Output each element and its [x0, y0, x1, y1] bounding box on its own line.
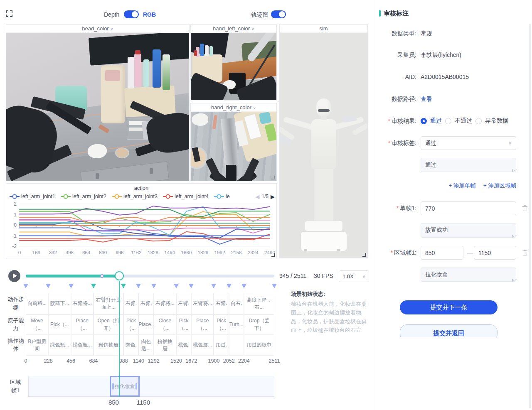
- region-frame-start-input[interactable]: [421, 246, 463, 260]
- step-cell-ability[interactable]: Pick（...: [214, 314, 229, 335]
- step-cell-ability[interactable]: Place（...: [191, 314, 214, 335]
- region-frame-desc-textarea[interactable]: 拉化妆盒: [421, 268, 516, 282]
- radio-label[interactable]: 不通过: [455, 117, 472, 125]
- step-cell-action[interactable]: 右臂将...: [154, 293, 176, 314]
- fullscreen-icon[interactable]: [6, 10, 12, 17]
- frame-marker-1292[interactable]: [151, 284, 156, 288]
- radio-异常数据[interactable]: [475, 118, 482, 124]
- step-cell-object[interactable]: 用过的纸巾: [244, 335, 274, 356]
- step-cell-action[interactable]: 左臂.: [176, 293, 191, 314]
- frame-marker-1900[interactable]: [211, 284, 216, 288]
- radio-通过[interactable]: [421, 118, 427, 124]
- review-panel: 审核标注 数据类型: 常规 采集员: 李轶晨(liyichen) AID: A2…: [373, 0, 532, 337]
- step-cell-object[interactable]: 绿色瓶...: [48, 335, 71, 356]
- playback-speed-select[interactable]: 1.0X∨: [339, 270, 369, 282]
- step-cell-action[interactable]: 右臂.: [138, 293, 153, 314]
- frame-marker-2204[interactable]: [241, 284, 246, 288]
- add-region-frame-link[interactable]: + 添加区域帧: [483, 182, 516, 189]
- frame-marker-684[interactable]: [91, 284, 96, 288]
- region-frame-end-input[interactable]: [474, 246, 516, 260]
- step-cell-ability[interactable]: Pick（...: [48, 314, 71, 335]
- camera-select-head[interactable]: head_color ∨: [6, 25, 189, 33]
- step-cell-ability[interactable]: Close（...: [154, 314, 176, 335]
- step-cell-action[interactable]: 右臂将...: [71, 293, 94, 314]
- step-cell-object[interactable]: 桃色唇...: [191, 335, 214, 356]
- step-cell-ability[interactable]: Turn...: [229, 314, 244, 335]
- timeline-slider-handle[interactable]: [115, 271, 124, 280]
- step-cell-ability[interactable]: Drop（丢下）: [244, 314, 274, 335]
- step-cell-ability[interactable]: Place..: [138, 314, 153, 335]
- step-cell-action[interactable]: 向右.: [229, 293, 244, 314]
- review-tag-select[interactable]: 通过∨: [421, 136, 516, 150]
- region-segment[interactable]: 拉化妆盒: [110, 376, 139, 397]
- legend-item-le[interactable]: le: [214, 194, 230, 199]
- frame-marker-456[interactable]: [69, 284, 74, 288]
- svg-text:1660: 1660: [181, 250, 192, 255]
- frame-marker-228[interactable]: [46, 284, 51, 288]
- region-right-handle[interactable]: [135, 383, 137, 390]
- single-frame-input[interactable]: [421, 201, 516, 215]
- legend-item-left_arm_joint1[interactable]: left_arm_joint1: [10, 194, 55, 199]
- table-row-label: 原子能力: [7, 314, 25, 335]
- table-axis-tick: 988: [119, 358, 128, 364]
- radio-不通过[interactable]: [445, 118, 451, 124]
- review-tag-note-textarea[interactable]: 通过: [421, 158, 516, 172]
- step-cell-object[interactable]: 桃色.: [176, 335, 191, 356]
- radio-label[interactable]: 通过: [430, 117, 442, 125]
- step-cell-ability[interactable]: Pick（...: [123, 314, 138, 335]
- frame-marker-0[interactable]: [23, 284, 28, 288]
- step-cell-object[interactable]: [229, 335, 244, 356]
- step-cell-ability[interactable]: Move（...: [26, 314, 48, 335]
- resize-corner-icon[interactable]: [271, 176, 275, 179]
- radio-label[interactable]: 异常数据: [485, 117, 508, 125]
- svg-text:-2: -2: [12, 243, 17, 249]
- frame-marker-1672[interactable]: [189, 284, 194, 288]
- step-cell-action[interactable]: 右臂.: [123, 293, 138, 314]
- region-track-bar[interactable]: [28, 376, 274, 397]
- step-cell-action[interactable]: 左臂将...: [191, 293, 214, 314]
- step-cell-object[interactable]: 肉色透...: [138, 335, 153, 356]
- legend-item-left_arm_joint4[interactable]: left_arm_joint4: [163, 194, 209, 199]
- legend-next-icon[interactable]: ▶: [271, 194, 275, 200]
- step-cell-action[interactable]: 腰部下...: [48, 293, 71, 314]
- trajectory-toggle[interactable]: [271, 10, 286, 18]
- frame-marker-2052[interactable]: [227, 284, 232, 288]
- svg-text:2324: 2324: [248, 250, 259, 255]
- review-result-radio-group: 通过不通过异常数据: [421, 117, 508, 125]
- resize-corner-icon[interactable]: [362, 253, 366, 257]
- delete-single-frame-icon[interactable]: [522, 205, 528, 211]
- frame-marker-1140[interactable]: [136, 284, 141, 288]
- step-cell-object[interactable]: 绿色瓶...: [71, 335, 94, 356]
- play-button[interactable]: [8, 270, 20, 282]
- step-cell-object[interactable]: 肉色.: [123, 335, 138, 356]
- step-cell-ability[interactable]: Place（...: [71, 314, 94, 335]
- submit-return-button[interactable]: 提交并返回: [400, 324, 498, 337]
- submit-next-button[interactable]: 提交并下一条: [400, 300, 498, 314]
- svg-text:1494: 1494: [164, 250, 175, 255]
- panel-scrollbar[interactable]: [529, 24, 531, 408]
- region-left-handle[interactable]: [112, 383, 114, 390]
- delete-region-frame-icon[interactable]: [522, 250, 528, 256]
- data-type-value: 常规: [421, 30, 432, 37]
- step-cell-object[interactable]: B户型房间: [26, 335, 48, 356]
- legend-item-left_arm_joint3[interactable]: left_arm_joint3: [112, 194, 158, 199]
- frame-marker-1520[interactable]: [174, 284, 179, 288]
- data-path-view-link[interactable]: 查看: [421, 96, 432, 103]
- add-single-frame-link[interactable]: + 添加单帧: [448, 182, 476, 189]
- step-cell-object[interactable]: 用过.: [214, 335, 229, 356]
- depth-rgb-toggle[interactable]: [124, 10, 139, 18]
- single-frame-desc-textarea[interactable]: 放置成功: [421, 223, 516, 238]
- step-cell-action[interactable]: 向前移...: [26, 293, 48, 314]
- step-cell-action[interactable]: 高度下降，右...: [244, 293, 274, 314]
- frame-marker-988[interactable]: [121, 284, 126, 288]
- legend-prev-icon[interactable]: ◀: [255, 194, 259, 200]
- step-cell-ability[interactable]: Pick（...: [176, 314, 191, 335]
- frame-marker-2511[interactable]: [272, 284, 277, 288]
- legend-item-left_arm_joint2[interactable]: left_arm_joint2: [61, 194, 106, 199]
- step-cell-object[interactable]: 粉饼抽屉: [154, 335, 176, 356]
- camera-select-hand-left[interactable]: hand_left_color ∨: [191, 25, 276, 33]
- camera-select-hand-right[interactable]: hand_right_color ∨: [191, 103, 276, 112]
- resize-corner-icon[interactable]: [271, 253, 275, 257]
- step-cell-action[interactable]: 右臂.: [214, 293, 229, 314]
- chevron-down-icon: ∨: [362, 274, 365, 279]
